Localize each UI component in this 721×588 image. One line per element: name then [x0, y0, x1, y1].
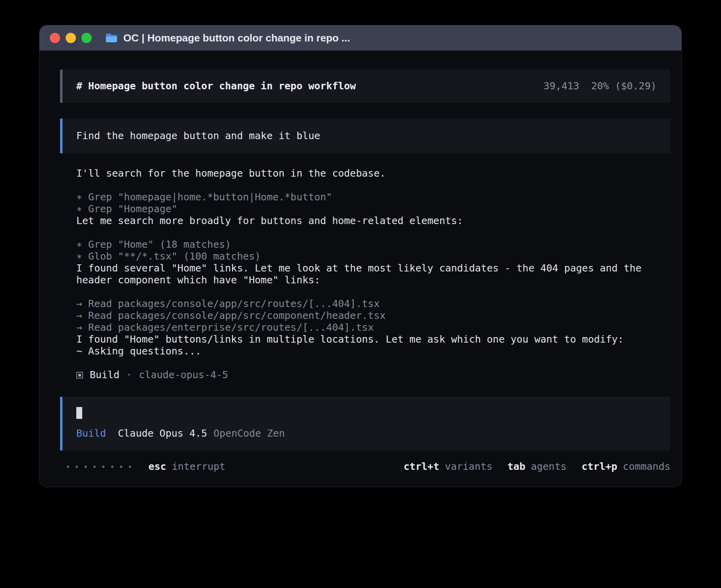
token-count: 39,413 [544, 80, 579, 92]
close-button[interactable] [50, 33, 60, 43]
tool-call-read: → Read packages/enterprise/src/routes/[.… [76, 322, 670, 334]
assistant-paragraph: Let me search more broadly for buttons a… [76, 215, 670, 227]
traffic-lights [50, 33, 92, 43]
session-header: # Homepage button color change in repo w… [60, 70, 670, 103]
text-cursor [76, 407, 82, 419]
terminal-content: # Homepage button color change in repo w… [40, 51, 681, 487]
user-message-text: Find the homepage button and make it blu… [76, 130, 320, 142]
zoom-button[interactable] [81, 33, 92, 43]
build-agent-icon [76, 372, 83, 379]
session-title: # Homepage button color change in repo w… [76, 80, 356, 92]
titlebar[interactable]: OC | Homepage button color change in rep… [40, 25, 681, 51]
esc-label: interrupt [172, 461, 225, 473]
input-provider: OpenCode Zen [213, 428, 285, 439]
assistant-paragraph: I found several "Home" links. Let me loo… [76, 262, 670, 286]
window-title: OC | Homepage button color change in rep… [123, 32, 350, 44]
spinner-dots: •••••••• [66, 461, 137, 473]
shortcut-label: agents [531, 461, 566, 473]
context-cost: 20% ($0.29) [591, 80, 657, 92]
shortcut-variants: ctrl+t variants [404, 461, 493, 473]
shortcut-key: tab [508, 461, 525, 473]
tool-call-read: → Read packages/console/app/src/componen… [76, 310, 670, 322]
status-right: ctrl+t variants tab agents ctrl+p comman… [404, 461, 670, 473]
separator-dot: · [126, 369, 132, 381]
assistant-paragraph: I'll search for the homepage button in t… [76, 168, 670, 179]
shortcut-label: variants [445, 461, 492, 473]
shortcut-label: commands [623, 461, 670, 473]
agent-status-line: Build · claude-opus-4-5 [76, 369, 670, 381]
status-left: •••••••• esc interrupt [66, 461, 225, 473]
agent-model: claude-opus-4-5 [139, 369, 228, 381]
folder-icon [105, 33, 118, 43]
tool-call-glob: ∗ Glob "**/*.tsx" (100 matches) [76, 251, 670, 262]
status-bar: •••••••• esc interrupt ctrl+t variants t… [60, 461, 670, 473]
shortcut-commands: ctrl+p commands [581, 461, 670, 473]
input-model[interactable]: Claude Opus 4.5 [118, 428, 207, 439]
tool-call-group: ∗ Grep "Home" (18 matches) ∗ Glob "**/*.… [76, 239, 670, 262]
shortcut-key: ctrl+p [581, 461, 617, 473]
tool-call-read: → Read packages/console/app/src/routes/[… [76, 298, 670, 310]
tool-call-grep: ∗ Grep "Homepage" [76, 203, 670, 215]
input-mode-row: Build Claude Opus 4.5 OpenCode Zen [76, 428, 657, 439]
user-message: Find the homepage button and make it blu… [60, 119, 670, 153]
minimize-button[interactable] [66, 33, 76, 43]
shortcut-agents: tab agents [508, 461, 566, 473]
tool-call-grep: ∗ Grep "Home" (18 matches) [76, 239, 670, 251]
esc-key: esc [149, 461, 166, 473]
shortcut-key: ctrl+t [404, 461, 439, 473]
tool-call-group: ∗ Grep "homepage|home.*button|Home.*butt… [76, 191, 670, 215]
tool-call-group: → Read packages/console/app/src/routes/[… [76, 298, 670, 334]
assistant-status: ~ Asking questions... [76, 345, 670, 357]
tool-call-grep: ∗ Grep "homepage|home.*button|Home.*butt… [76, 191, 670, 203]
prompt-input[interactable]: Build Claude Opus 4.5 OpenCode Zen [60, 397, 670, 450]
assistant-paragraph: I found "Home" buttons/links in multiple… [76, 334, 670, 345]
terminal-window: OC | Homepage button color change in rep… [40, 25, 681, 487]
agent-name: Build [90, 369, 119, 381]
assistant-response: I'll search for the homepage button in t… [76, 168, 670, 381]
session-stats: 39,413 20% ($0.29) [544, 80, 657, 92]
input-mode[interactable]: Build [76, 428, 106, 439]
